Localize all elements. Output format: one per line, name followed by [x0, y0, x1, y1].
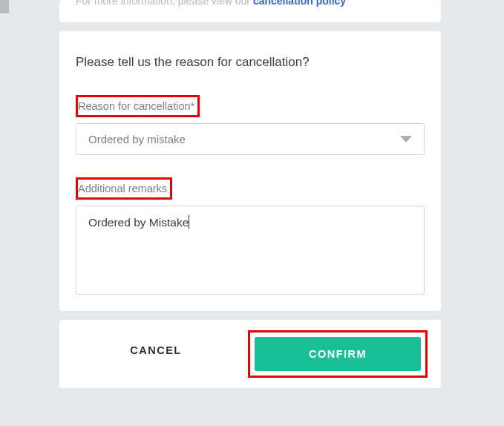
cancellation-form-card: Please tell us the reason for cancellati…: [59, 31, 441, 311]
reason-label: Reason for cancellation*: [76, 95, 200, 117]
remarks-label: Additional remarks: [76, 177, 172, 200]
text-caret: [189, 215, 189, 229]
info-text: For more information, please view our ca…: [76, 0, 346, 7]
button-row: CANCEL CONFIRM: [59, 320, 441, 388]
form-heading: Please tell us the reason for cancellati…: [76, 55, 425, 70]
reason-selected-value: Ordered by mistake: [88, 133, 186, 145]
confirm-button[interactable]: CONFIRM: [255, 337, 421, 371]
info-card: For more information, please view our ca…: [59, 0, 441, 22]
page-container: For more information, please view our ca…: [0, 0, 504, 388]
remarks-value: Ordered by Mistake: [88, 216, 189, 229]
window-edge-strip: [0, 0, 9, 13]
cancel-button[interactable]: CANCEL: [73, 330, 239, 370]
reason-select[interactable]: Ordered by mistake: [76, 123, 425, 155]
cancellation-policy-link[interactable]: cancellation policy: [253, 0, 346, 7]
chevron-down-icon: [400, 136, 412, 142]
confirm-button-highlight: CONFIRM: [248, 330, 428, 378]
info-prefix: For more information, please view our: [76, 0, 253, 7]
remarks-textarea[interactable]: Ordered by Mistake: [76, 206, 425, 295]
